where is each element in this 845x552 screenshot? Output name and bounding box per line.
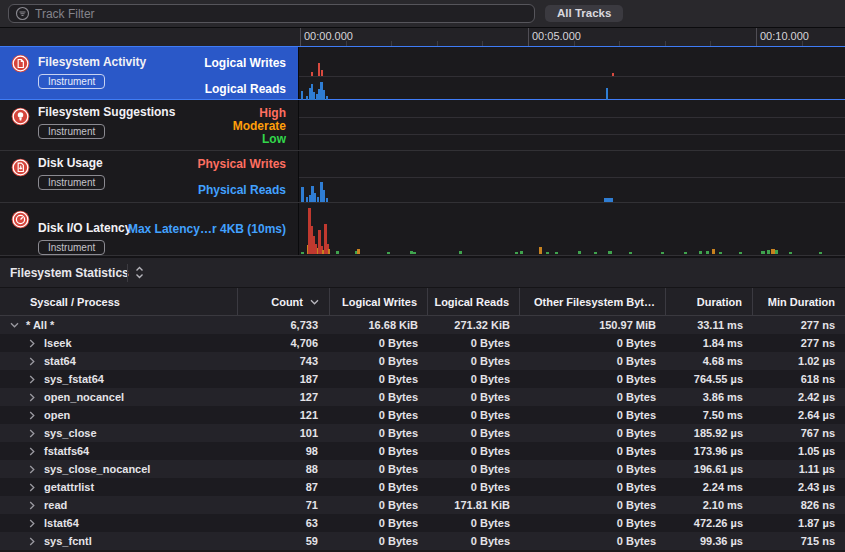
column-header-logical-reads[interactable]: Logical Reads [428,288,520,315]
chevron-right-icon[interactable] [26,357,38,366]
track-chart[interactable] [298,203,845,255]
value-cell: 767 ns [753,427,845,439]
value-cell: 0 Bytes [428,409,520,421]
table-row[interactable]: lseek4,7060 Bytes0 Bytes0 Bytes1.84 ms27… [0,334,845,352]
value-cell: 2.42 µs [753,391,845,403]
column-header-label: Logical Reads [434,296,509,308]
column-header-other-filesystem-byt-[interactable]: Other Filesystem Byt… [520,288,666,315]
sort-descending-icon [310,299,319,305]
value-cell: 0 Bytes [330,499,428,511]
table-row[interactable]: open_nocancel1270 Bytes0 Bytes0 Bytes3.8… [0,388,845,406]
syscall-name: sys_fstat64 [44,373,104,385]
column-header-duration[interactable]: Duration [666,288,753,315]
table-row[interactable]: getattrlist870 Bytes0 Bytes0 Bytes2.24 m… [0,478,845,496]
track-header-pane[interactable]: Disk UsageInstrumentPhysical WritesPhysi… [0,151,298,202]
ruler-major-tick [528,28,529,46]
track-name: Filesystem Activity [38,55,146,69]
value-cell: 87 [238,481,330,493]
column-header-min-duration[interactable]: Min Duration [753,288,845,315]
syscall-cell: read [0,499,238,511]
chevron-right-icon[interactable] [26,411,38,420]
value-cell: 277 ns [753,337,845,349]
value-cell: 2.10 ms [666,499,753,511]
chevron-right-icon[interactable] [26,519,38,528]
track-chart[interactable] [298,151,845,202]
up-down-chevrons-icon [135,266,144,279]
column-header-syscall-process[interactable]: Syscall / Process [0,288,238,315]
table-row[interactable]: stat647430 Bytes0 Bytes0 Bytes4.68 ms1.0… [0,352,845,370]
track-filter-input[interactable] [30,7,534,21]
track-chart[interactable] [298,100,845,150]
chevron-right-icon[interactable] [26,393,38,402]
syscall-name: fstatfs64 [44,445,89,457]
table-row[interactable]: read710 Bytes171.81 KiB0 Bytes2.10 ms826… [0,496,845,514]
all-tracks-button[interactable]: All Tracks [545,5,623,22]
instrument-badge: Instrument [38,175,105,190]
track-header-pane[interactable]: Filesystem ActivityInstrumentLogical Wri… [0,47,298,99]
syscall-cell: lstat64 [0,517,238,529]
track-header-pane[interactable]: Disk I/O LatencyInstrumentMax Latency…r … [0,203,298,255]
chevron-right-icon[interactable] [26,447,38,456]
chevron-right-icon[interactable] [26,483,38,492]
syscall-name: lstat64 [44,517,79,529]
value-cell: 6,733 [238,319,330,331]
value-cell: 0 Bytes [330,373,428,385]
track-row-disk-usage[interactable]: Disk UsageInstrumentPhysical WritesPhysi… [0,151,845,203]
value-cell: 150.97 MiB [520,319,666,331]
value-cell: 2.64 µs [753,409,845,421]
track-chart[interactable] [298,47,845,99]
track-chart-canvas [299,151,845,203]
track-row-disk-i-o-latency[interactable]: Disk I/O LatencyInstrumentMax Latency…r … [0,203,845,256]
track-header-pane[interactable]: Filesystem SuggestionsInstrumentHighMode… [0,100,298,150]
table-row[interactable]: sys_fstat641870 Bytes0 Bytes0 Bytes764.5… [0,370,845,388]
track-filter[interactable] [8,4,535,23]
table-row[interactable]: fstatfs64980 Bytes0 Bytes0 Bytes173.96 µ… [0,442,845,460]
table-row[interactable]: sys_close_nocancel880 Bytes0 Bytes0 Byte… [0,460,845,478]
chevron-right-icon[interactable] [26,537,38,546]
chevron-down-icon[interactable] [8,322,20,328]
value-cell: 0 Bytes [520,427,666,439]
column-header-label: Duration [697,296,742,308]
value-cell: 0 Bytes [330,355,428,367]
chevron-right-icon[interactable] [26,429,38,438]
syscall-name: sys_fcntl [44,535,92,547]
stats-title: Filesystem Statistics [10,266,129,280]
lane-label-high: High [259,106,286,120]
column-header-count[interactable]: Count [238,288,330,315]
chevron-right-icon[interactable] [26,339,38,348]
value-cell: 1.84 ms [666,337,753,349]
value-cell: 0 Bytes [520,373,666,385]
toolbar: All Tracks [0,0,845,28]
value-cell: 2.43 µs [753,481,845,493]
column-header-logical-writes[interactable]: Logical Writes [330,288,428,315]
value-cell: 472.26 µs [666,517,753,529]
value-cell: 0 Bytes [330,409,428,421]
value-cell: 277 ns [753,319,845,331]
track-row-filesystem-activity[interactable]: Filesystem ActivityInstrumentLogical Wri… [0,46,845,100]
chevron-right-icon[interactable] [26,375,38,384]
value-cell: 1.05 µs [753,445,845,457]
table-row[interactable]: open1210 Bytes0 Bytes0 Bytes7.50 ms2.64 … [0,406,845,424]
chevron-right-icon[interactable] [26,465,38,474]
value-cell: 0 Bytes [520,337,666,349]
lane-label-moderate: Moderate [233,119,286,133]
table-row[interactable]: * All *6,73316.68 KiB271.32 KiB150.97 Mi… [0,316,845,334]
table-header-row: Syscall / ProcessCountLogical WritesLogi… [0,288,845,316]
timeline-ruler[interactable]: 00:00.00000:05.00000:10.000 [0,28,845,46]
table-row[interactable]: sys_fcntl590 Bytes0 Bytes0 Bytes99.36 µs… [0,532,845,550]
detail-view-selector[interactable]: Filesystem Statistics [0,258,144,287]
table-row[interactable]: sys_close1010 Bytes0 Bytes0 Bytes185.92 … [0,424,845,442]
header-divider [127,264,128,282]
lane-label-logical-writes: Logical Writes [204,56,286,70]
value-cell: 0 Bytes [330,427,428,439]
table-row[interactable]: lstat64630 Bytes0 Bytes0 Bytes472.26 µs1… [0,514,845,532]
syscall-cell: sys_fcntl [0,535,238,547]
syscall-name: getattrlist [44,481,94,493]
gauge-icon [11,210,30,233]
track-row-filesystem-suggestions[interactable]: Filesystem SuggestionsInstrumentHighMode… [0,100,845,151]
value-cell: 0 Bytes [330,535,428,547]
column-header-label: Other Filesystem Byt… [534,296,655,308]
chevron-right-icon[interactable] [26,501,38,510]
value-cell: 0 Bytes [330,463,428,475]
value-cell: 101 [238,427,330,439]
